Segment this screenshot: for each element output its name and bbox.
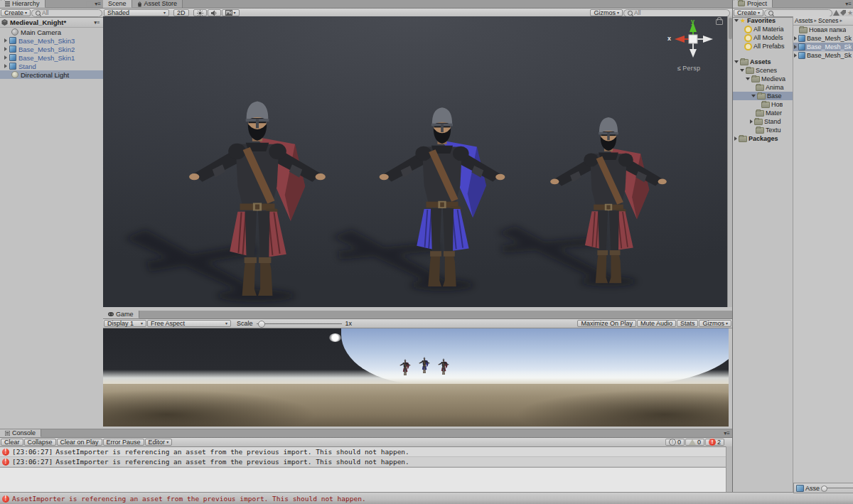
expand-arrow-icon[interactable] xyxy=(734,136,737,141)
folder-textures[interactable]: Textu xyxy=(733,126,793,134)
scene-gizmos-dropdown[interactable]: Gizmos▾ xyxy=(590,9,623,16)
favorite-all-models[interactable]: All Models xyxy=(733,33,793,42)
stats-button[interactable]: Stats xyxy=(677,320,699,327)
error-count-toggle[interactable]: 2 xyxy=(705,439,724,446)
expand-arrow-icon[interactable] xyxy=(4,55,7,60)
expand-arrow-icon[interactable] xyxy=(794,45,797,49)
tab-scene[interactable]: Scene xyxy=(103,0,132,8)
tab-asset-store[interactable]: Asset Store xyxy=(132,0,183,8)
panel-menu-icon[interactable]: ▾≡ xyxy=(95,1,101,7)
lock-icon[interactable] xyxy=(837,1,844,7)
console-scrollbar[interactable] xyxy=(726,446,732,493)
lock-icon[interactable] xyxy=(86,1,93,7)
expand-arrow-icon[interactable] xyxy=(750,119,753,124)
file-base-mesh-1[interactable]: Base_Mesh_Sk xyxy=(793,34,853,43)
expand-arrow-icon[interactable] xyxy=(4,64,7,68)
warning-count-toggle[interactable]: 0 xyxy=(685,439,704,446)
hierarchy-scene-row[interactable]: Medieval_Knight* ▾≡ xyxy=(0,18,103,28)
info-count-toggle[interactable]: 0 xyxy=(665,439,685,446)
tab-project[interactable]: Project xyxy=(733,0,773,8)
panel-menu-icon[interactable]: ▾≡ xyxy=(724,430,730,436)
assets-root-folder[interactable]: Assets xyxy=(733,58,793,66)
collapse-arrow-icon[interactable] xyxy=(734,19,739,22)
console-log-entry[interactable]: [23:06:27] AssetImporter is referencing … xyxy=(0,457,732,467)
persp-mode-label[interactable]: ≤Persp xyxy=(677,65,700,72)
2d-toggle-button[interactable]: 2D xyxy=(173,9,189,16)
aspect-ratio-dropdown[interactable]: Free Aspect▾ xyxy=(147,320,231,327)
mute-audio-button[interactable]: Mute Audio xyxy=(637,320,676,327)
expand-arrow-icon[interactable] xyxy=(4,38,7,43)
packages-root[interactable]: Packages xyxy=(733,134,793,143)
hierarchy-item-base-mesh-skin3[interactable]: Base_Mesh_Skin3 xyxy=(0,36,103,45)
breadcrumb-scenes[interactable]: Scenes xyxy=(818,17,838,24)
project-search-input[interactable] xyxy=(775,9,828,16)
expand-arrow-icon[interactable] xyxy=(794,36,797,41)
folder-standart[interactable]: Stand xyxy=(733,117,793,126)
breadcrumb-assets[interactable]: Assets xyxy=(795,17,813,24)
background-task-indicator[interactable]: Asse xyxy=(793,483,853,493)
hierarchy-search[interactable] xyxy=(31,9,102,17)
game-viewport[interactable] xyxy=(103,328,729,427)
search-by-label-icon[interactable] xyxy=(840,10,847,16)
clear-on-play-button[interactable]: Clear on Play xyxy=(57,439,102,446)
expand-arrow-icon[interactable] xyxy=(4,47,7,51)
hierarchy-item-directional-light[interactable]: Directional Light xyxy=(0,70,103,79)
collapse-arrow-icon[interactable] xyxy=(734,60,739,63)
scene-search-input[interactable] xyxy=(634,9,726,16)
file-base-mesh-2[interactable]: Base_Mesh_Sk xyxy=(793,43,853,51)
hierarchy-item-base-mesh-skin1[interactable]: Base_Mesh_Skin1 xyxy=(0,53,103,62)
scene-search[interactable] xyxy=(623,9,730,17)
collapse-button[interactable]: Collapse xyxy=(24,439,56,446)
tab-hierarchy[interactable]: Hierarchy xyxy=(0,0,45,8)
scale-slider[interactable] xyxy=(257,323,342,324)
tab-game[interactable]: Game xyxy=(103,311,139,318)
folder-base[interactable]: Base xyxy=(733,92,793,100)
panel-menu-icon[interactable]: ▾≡ xyxy=(845,1,852,7)
status-bar[interactable]: AssetImporter is referencing an asset fr… xyxy=(0,492,853,504)
create-button[interactable]: Create▾ xyxy=(1,9,31,16)
favorite-all-prefabs[interactable]: All Prefabs xyxy=(733,42,793,50)
collapse-arrow-icon[interactable] xyxy=(740,69,744,72)
scale-slider-knob[interactable] xyxy=(258,321,265,328)
audio-toggle-button[interactable] xyxy=(208,9,221,16)
scale-value: 1x xyxy=(345,320,353,327)
editor-dropdown[interactable]: Editor▾ xyxy=(145,439,173,446)
folder-materials[interactable]: Mater xyxy=(733,109,793,117)
viewport-lock-icon[interactable] xyxy=(716,19,723,25)
shading-mode-dropdown[interactable]: Shaded▾ xyxy=(104,9,169,16)
favorites-header[interactable]: ★ Favorites xyxy=(733,16,793,25)
clear-button[interactable]: Clear xyxy=(1,439,23,446)
lighting-toggle-button[interactable] xyxy=(193,9,207,16)
collapse-arrow-icon[interactable] xyxy=(746,77,750,80)
hierarchy-item-main-camera[interactable]: Main Camera xyxy=(0,28,103,36)
scene-viewport[interactable]: y x ≤Persp xyxy=(103,16,727,307)
collapse-arrow-icon[interactable] xyxy=(751,95,756,97)
file-new-folder[interactable]: Новая папка xyxy=(793,26,853,34)
hierarchy-item-stand[interactable]: Stand xyxy=(0,62,103,70)
folder-animations[interactable]: Anima xyxy=(733,83,793,92)
hierarchy-item-base-mesh-skin2[interactable]: Base_Mesh_Skin2 xyxy=(0,45,103,53)
favorite-all-materials[interactable]: All Materia xyxy=(733,25,793,33)
display-dropdown[interactable]: Display 1▾ xyxy=(104,320,146,327)
console-log-entry[interactable]: [23:06:27] AssetImporter is referencing … xyxy=(0,447,732,457)
hierarchy-search-input[interactable] xyxy=(42,9,98,16)
project-folder-tree: ★ Favorites All Materia All Models All P… xyxy=(733,16,793,492)
folder-medieval[interactable]: Medieva xyxy=(733,75,793,83)
console-panel: Console ▾≡ Clear Collapse Clear on Play … xyxy=(0,429,732,493)
file-base-mesh-3[interactable]: Base_Mesh_Sk xyxy=(793,51,853,60)
search-by-type-icon[interactable] xyxy=(833,10,839,16)
expand-arrow-icon[interactable] xyxy=(794,53,797,58)
game-gizmos-dropdown[interactable]: Gizmos▾ xyxy=(699,320,731,327)
error-pause-button[interactable]: Error Pause xyxy=(103,439,144,446)
breadcrumb: Assets ▸ Scenes ▸ xyxy=(793,16,853,26)
maximize-on-play-button[interactable]: Maximize On Play xyxy=(577,320,636,327)
project-search[interactable] xyxy=(764,9,832,17)
scene-row-menu-icon[interactable]: ▾≡ xyxy=(94,20,102,26)
folder-new-folder[interactable]: Нов xyxy=(733,100,793,109)
project-create-button[interactable]: Create▾ xyxy=(734,9,763,16)
folder-scenes[interactable]: Scenes xyxy=(733,66,793,75)
tab-console[interactable]: Console xyxy=(0,429,41,437)
effects-dropdown-button[interactable]: ▾ xyxy=(222,9,240,16)
scene-orientation-gizmo[interactable]: y x ≤Persp xyxy=(667,21,719,77)
saved-search-star-icon[interactable]: ★ xyxy=(847,10,853,16)
